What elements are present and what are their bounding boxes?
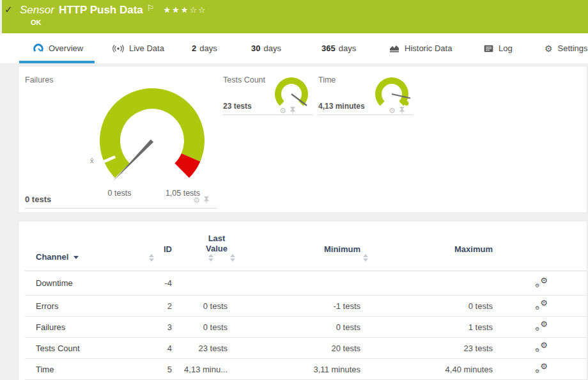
channel-id: 3 (146, 322, 172, 332)
column-header-channel[interactable]: Channel (25, 252, 146, 262)
channel-id: 5 (146, 365, 172, 374)
gauge-current-value: 0 tests (25, 194, 51, 204)
channel-name: Time (25, 365, 146, 374)
column-header-label: Value (206, 244, 228, 253)
tab-bar: Overview Live Data 2 days 30 days 365 da… (0, 33, 588, 63)
channel-id: 2 (146, 301, 172, 311)
gear-icon: ⚙ (545, 44, 553, 54)
gauge-icon (33, 44, 43, 53)
sort-icon (363, 254, 368, 262)
average-marker-label: x̄ (90, 157, 94, 164)
pin-icon[interactable] (203, 196, 210, 204)
live-broadcast-icon (112, 45, 124, 52)
channel-maximum: 0 tests (360, 301, 493, 311)
tab-overview[interactable]: Overview (19, 33, 95, 63)
sensor-status-badge: OK (31, 19, 42, 26)
channel-minimum: 3,11 minutes (228, 365, 360, 374)
sensor-header: ✓ Sensor HTTP Push Data ⚐ ★★★☆☆ OK (2, 0, 588, 33)
channel-settings-gears-icon[interactable]: ⚙⚙ (535, 299, 548, 310)
tab-number: 30 (251, 44, 260, 53)
column-header-minimum[interactable]: Minimum (228, 244, 360, 262)
tab-label: days (339, 44, 356, 53)
object-type-label: Sensor (20, 4, 54, 17)
column-header-label: Maximum (454, 244, 493, 254)
channel-name: Failures (25, 322, 146, 332)
tab-label: Log (499, 44, 513, 53)
channel-maximum: 1 tests (360, 322, 493, 332)
gauge-settings-gear-icon[interactable]: ⚙ (389, 107, 396, 115)
prtg-sensor-overview-page: { "header": { "check_icon": "✓", "type_l… (0, 0, 588, 380)
column-header-maximum[interactable]: Maximum (360, 244, 493, 262)
channel-last-value: 23 tests (172, 344, 228, 353)
sensor-title: HTTP Push Data (59, 4, 143, 17)
tab-label: Settings (558, 44, 588, 53)
table-row-tests-count[interactable]: Tests Count 4 23 tests 20 tests 23 tests… (25, 338, 587, 359)
table-row-time[interactable]: Time 5 4,13 minu... 3,11 minutes 4,40 mi… (25, 359, 587, 380)
channel-last-value: 0 tests (172, 322, 228, 332)
table-row-downtime[interactable]: Downtime -4 ⚙⚙ (25, 271, 587, 296)
channel-name: Downtime (25, 278, 146, 288)
table-row-failures[interactable]: Failures 3 0 tests 0 tests 1 tests ⚙⚙ (25, 317, 587, 338)
log-list-icon (484, 45, 493, 52)
channel-settings-gears-icon[interactable]: ⚙⚙ (535, 342, 548, 352)
channel-last-value: 4,13 minu... (172, 365, 228, 374)
priority-rating-stars[interactable]: ★★★☆☆ (163, 5, 206, 15)
active-tab-indicator (19, 61, 95, 63)
sort-icon (149, 254, 154, 262)
tab-2-days[interactable]: 2 days (192, 33, 217, 63)
sort-icon (208, 254, 213, 262)
tab-365-days[interactable]: 365 days (321, 33, 356, 63)
gauge-title: Failures (25, 75, 53, 84)
channel-name: Tests Count (25, 344, 146, 353)
tab-number: 2 (192, 44, 196, 53)
column-header-label: Minimum (324, 244, 360, 254)
sort-icon (230, 254, 235, 262)
table-row-errors[interactable]: Errors 2 0 tests -1 tests 0 tests ⚙⚙ (25, 296, 587, 317)
channel-settings-gears-icon[interactable]: ⚙⚙ (535, 363, 548, 374)
gauge-current-value: 4,13 minutes (318, 102, 365, 111)
channel-id: 4 (146, 344, 172, 353)
tab-settings[interactable]: ⚙ Settings (545, 33, 588, 63)
gauges-panel: Failures x̄ 0 tests 1,05 tests 0 tests ⚙… (18, 66, 587, 213)
tab-label: days (263, 44, 281, 53)
channel-last-value: 0 tests (172, 301, 228, 311)
gauge-settings-gear-icon[interactable]: ⚙ (193, 196, 200, 204)
column-header-label: ID (164, 244, 172, 254)
gauge-title: Tests Count (223, 75, 265, 84)
gauge-tile-failures: Failures x̄ 0 tests 1,05 tests 0 tests ⚙ (25, 67, 217, 209)
channel-id: -4 (146, 278, 172, 288)
tab-label: days (199, 44, 217, 53)
priority-flag-icon[interactable]: ⚐ (147, 3, 155, 13)
area-chart-icon (389, 44, 399, 52)
channel-maximum: 4,40 minutes (360, 365, 493, 374)
column-header-last-value[interactable]: Last Value (172, 234, 228, 262)
channel-maximum: 23 tests (360, 344, 493, 353)
tab-label: Live Data (129, 44, 164, 53)
channel-minimum: 20 tests (228, 344, 360, 353)
column-header-label: Last (208, 234, 226, 243)
channel-settings-gears-icon[interactable]: ⚙⚙ (535, 321, 548, 331)
gauge-scale-min: 0 tests (89, 189, 150, 198)
table-header-row: Channel ID Last Value Minimum Maximum (25, 221, 587, 271)
channel-minimum: 0 tests (228, 322, 360, 332)
sort-descending-icon (74, 256, 79, 259)
tab-historic-data[interactable]: Historic Data (389, 33, 452, 63)
pin-icon[interactable] (399, 106, 405, 115)
tab-live-data[interactable]: Live Data (112, 33, 164, 63)
tab-log[interactable]: Log (484, 33, 513, 63)
channel-settings-gears-icon[interactable]: ⚙⚙ (535, 277, 548, 288)
channel-minimum: -1 tests (228, 301, 360, 311)
tab-label: Overview (49, 44, 83, 53)
gauge-tile-tests-count: Tests Count 23 tests ⚙ (223, 67, 313, 115)
column-header-label: Channel (36, 252, 68, 262)
pin-icon[interactable] (290, 106, 296, 115)
gauge-settings-gear-icon[interactable]: ⚙ (279, 107, 286, 115)
gauge-tile-time: Time 4,13 minutes ⚙ (318, 67, 413, 115)
tab-label: Historic Data (405, 44, 452, 53)
gauge-current-value: 23 tests (223, 102, 252, 111)
channel-table: Channel ID Last Value Minimum Maximum Do… (25, 221, 587, 380)
tab-30-days[interactable]: 30 days (251, 33, 281, 63)
channel-name: Errors (25, 301, 146, 311)
column-header-id[interactable]: ID (146, 244, 172, 262)
tab-number: 365 (321, 44, 336, 53)
